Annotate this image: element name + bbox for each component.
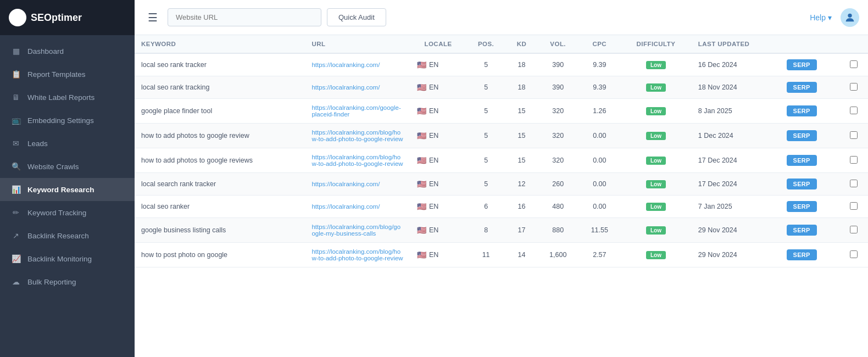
difficulty-cell: Low	[620, 196, 692, 218]
serp-button[interactable]: SERP	[787, 130, 817, 141]
col-cpc: CPC	[579, 35, 621, 53]
sidebar-item-website-crawls[interactable]: 🔍 Website Crawls	[0, 155, 135, 178]
serp-button[interactable]: SERP	[787, 201, 817, 212]
sidebar-item-embedding-settings[interactable]: 📺 Embedding Settings	[0, 109, 135, 132]
serp-cell: SERP	[780, 53, 839, 76]
sidebar-item-leads[interactable]: ✉ Leads	[0, 132, 135, 155]
flag-icon: 🇺🇸	[417, 226, 426, 235]
serp-button[interactable]: SERP	[787, 59, 817, 70]
backlink-monitoring-icon: 📈	[11, 254, 21, 263]
table-row: google business listing calls https://lo…	[135, 218, 868, 243]
serp-button[interactable]: SERP	[787, 155, 817, 166]
sidebar-nav: ▦ Dashboard 📋 Report Templates 🖥 White L…	[0, 35, 135, 298]
last-updated-cell: 29 Nov 2024	[692, 243, 780, 267]
row-checkbox[interactable]	[850, 83, 858, 91]
pos-cell: 5	[466, 173, 506, 196]
cpc-cell: 11.55	[579, 218, 621, 243]
sidebar-item-report-templates[interactable]: 📋 Report Templates	[0, 63, 135, 86]
select-cell	[839, 99, 868, 124]
serp-cell: SERP	[780, 99, 839, 124]
select-cell	[839, 76, 868, 99]
sidebar-item-backlink-monitoring[interactable]: 📈 Backlink Monitoring	[0, 247, 135, 270]
row-checkbox[interactable]	[850, 107, 858, 114]
sidebar-item-keyword-tracking[interactable]: ✏ Keyword Tracking	[0, 201, 135, 224]
difficulty-cell: Low	[620, 148, 692, 173]
sidebar-item-bulk-reporting[interactable]: ☁ Bulk Reporting	[0, 270, 135, 293]
locale-cell: 🇺🇸 EN	[410, 148, 466, 173]
user-avatar[interactable]	[841, 8, 859, 27]
difficulty-badge: Low	[646, 251, 666, 259]
col-difficulty: Difficulty	[620, 35, 692, 53]
logo-icon: ⚙	[9, 9, 26, 26]
cpc-cell: 0.00	[579, 148, 621, 173]
sidebar-item-label: Leads	[27, 140, 48, 148]
help-button[interactable]: Help ▾	[810, 13, 832, 22]
pos-cell: 5	[466, 148, 506, 173]
kd-cell: 15	[506, 148, 537, 173]
difficulty-cell: Low	[620, 53, 692, 76]
locale-cell: 🇺🇸 EN	[410, 53, 466, 76]
difficulty-cell: Low	[620, 173, 692, 196]
locale-lang: EN	[429, 203, 438, 210]
url-input[interactable]	[168, 8, 321, 26]
locale-lang: EN	[429, 226, 438, 234]
keyword-cell: how to post photo on google	[135, 243, 305, 267]
difficulty-cell: Low	[620, 124, 692, 148]
keyword-cell: local search rank tracker	[135, 173, 305, 196]
url-cell: https://localranking.com/google-placeid-…	[305, 99, 410, 124]
row-checkbox[interactable]	[850, 202, 858, 210]
url-cell: https://localranking.com/	[305, 173, 410, 196]
keyword-cell: how to add photos to google review	[135, 124, 305, 148]
vol-cell: 320	[537, 99, 579, 124]
sidebar-item-label: Keyword Tracking	[27, 209, 86, 217]
last-updated-cell: 17 Dec 2024	[692, 148, 780, 173]
vol-cell: 260	[537, 173, 579, 196]
sidebar-item-backlink-research[interactable]: ↗ Backlink Research	[0, 224, 135, 247]
row-checkbox[interactable]	[850, 156, 858, 164]
dashboard-icon: ▦	[11, 47, 21, 55]
serp-cell: SERP	[780, 196, 839, 218]
row-checkbox[interactable]	[850, 60, 858, 68]
last-updated-cell: 17 Dec 2024	[692, 173, 780, 196]
sidebar-item-dashboard[interactable]: ▦ Dashboard	[0, 40, 135, 63]
serp-button[interactable]: SERP	[787, 82, 817, 93]
locale-lang: EN	[429, 61, 438, 69]
quick-audit-button[interactable]: Quick Audit	[327, 8, 386, 26]
serp-button[interactable]: SERP	[787, 225, 817, 236]
sidebar-item-label: Backlink Monitoring	[27, 255, 92, 263]
menu-toggle-icon[interactable]: ☰	[143, 9, 162, 26]
keyword-cell: google business listing calls	[135, 218, 305, 243]
sidebar-item-keyword-research[interactable]: 📊 Keyword Research	[0, 178, 135, 201]
row-checkbox[interactable]	[850, 226, 858, 233]
table-row: how to post photo on google https://loca…	[135, 243, 868, 267]
difficulty-cell: Low	[620, 243, 692, 267]
last-updated-cell: 7 Jan 2025	[692, 196, 780, 218]
sidebar-item-label: Report Templates	[27, 70, 86, 79]
locale-cell: 🇺🇸 EN	[410, 218, 466, 243]
serp-cell: SERP	[780, 243, 839, 267]
keyword-research-icon: 📊	[11, 185, 21, 194]
sidebar-item-white-label-reports[interactable]: 🖥 White Label Reports	[0, 86, 135, 109]
url-cell: https://localranking.com/	[305, 76, 410, 99]
bulk-reporting-icon: ☁	[11, 277, 21, 286]
leads-icon: ✉	[11, 139, 21, 148]
table-container: Keyword URL Locale Pos. KD Vol. CPC Diff…	[135, 35, 868, 357]
row-checkbox[interactable]	[850, 250, 858, 258]
sidebar: ⚙ SEOptimer ▦ Dashboard 📋 Report Templat…	[0, 0, 135, 357]
row-checkbox[interactable]	[850, 131, 858, 139]
row-checkbox[interactable]	[850, 180, 858, 187]
kd-cell: 14	[506, 243, 537, 267]
keyword-cell: local seo rank tracking	[135, 76, 305, 99]
keyword-cell: local seo ranker	[135, 196, 305, 218]
kd-cell: 12	[506, 173, 537, 196]
serp-button[interactable]: SERP	[787, 105, 817, 116]
serp-button[interactable]: SERP	[787, 249, 817, 260]
serp-button[interactable]: SERP	[787, 178, 817, 189]
locale-cell: 🇺🇸 EN	[410, 243, 466, 267]
vol-cell: 320	[537, 148, 579, 173]
topbar-right: Help ▾	[810, 8, 859, 27]
locale-lang: EN	[429, 132, 438, 140]
flag-icon: 🇺🇸	[417, 156, 426, 165]
cpc-cell: 1.26	[579, 99, 621, 124]
svg-point-0	[848, 13, 852, 17]
